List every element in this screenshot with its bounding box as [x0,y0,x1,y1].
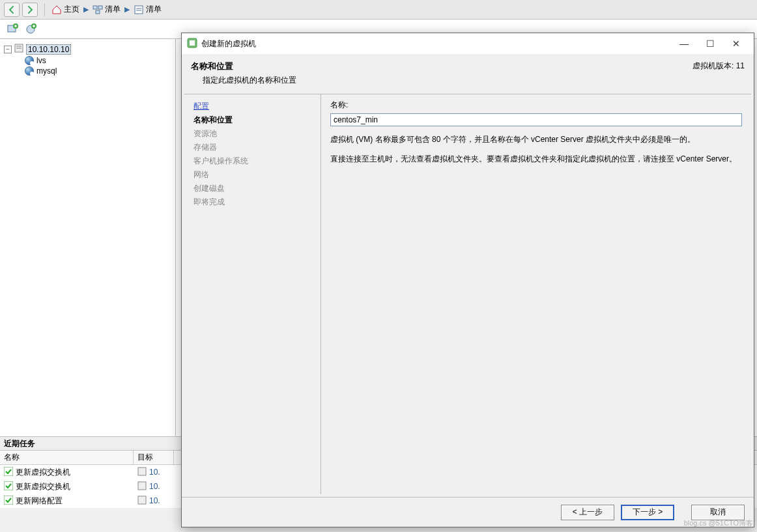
task-status-ok-icon [4,481,13,492]
dialog-title: 创建新的虚拟机 [201,38,672,49]
tree-vm-mysql[interactable]: mysql [3,66,173,76]
step-create-disk: 创建磁盘 [193,182,311,195]
tree-vm-lvs[interactable]: lvs [3,55,173,66]
breadcrumb-inventory1-label: 清单 [105,4,121,15]
nav-forward-button[interactable] [22,3,38,17]
breadcrumb-inventory2-label: 清单 [146,4,162,15]
watermark: blog.cs @51CTO博客 [684,518,753,528]
svg-rect-15 [4,481,13,490]
host-icon [137,481,147,492]
window-maximize-button[interactable]: ☐ [702,38,719,49]
toolbar-divider [44,3,45,16]
host-icon [137,496,147,507]
new-vm-icon[interactable] [7,23,20,36]
next-button[interactable]: 下一步 > [621,505,674,520]
task-col-name[interactable]: 名称 [0,451,134,464]
task-status-ok-icon [4,496,13,507]
back-button[interactable]: < 上一步 [561,505,614,520]
svg-rect-12 [16,48,21,49]
step-storage: 存储器 [193,141,311,154]
new-resource-icon[interactable] [25,23,38,36]
tree-host-node[interactable]: − 10.10.10.10 [3,43,173,55]
host-icon [137,467,147,478]
task-target: 10. [149,482,160,491]
svg-rect-13 [4,467,13,476]
tree-vm-lvs-label: lvs [36,56,46,65]
svg-rect-2 [96,10,100,14]
dialog-body: 配置 名称和位置 资源池 存储器 客户机操作系统 网络 创建磁盘 即将完成 名称… [184,94,751,494]
step-guest-os: 客户机操作系统 [193,154,311,168]
inventory-icon [93,5,103,15]
name-label: 名称: [330,100,742,111]
breadcrumb-inventory-2[interactable]: 清单 [134,4,162,15]
breadcrumb: 主页 ▶ 清单 ▶ 清单 [51,4,162,15]
step-config[interactable]: 配置 [193,100,311,113]
vm-version-label: 虚拟机版本: 11 [693,61,745,86]
breadcrumb-home-label: 主页 [64,4,79,15]
window-minimize-button[interactable]: — [676,38,693,49]
task-name: 更新虚拟交换机 [16,467,70,478]
svg-rect-0 [93,6,97,9]
breadcrumb-inventory-1[interactable]: 清单 [93,4,121,15]
wizard-steps: 配置 名称和位置 资源池 存储器 客户机操作系统 网络 创建磁盘 即将完成 [184,94,321,494]
task-name: 更新网络配置 [16,496,63,507]
recent-tasks-title: 近期任务 [4,438,35,449]
host-icon [14,44,23,55]
dialog-footer: < 上一步 下一步 > 取消 [182,497,754,527]
svg-rect-11 [16,46,21,47]
breadcrumb-home[interactable]: 主页 [51,4,79,15]
tree-collapse-icon[interactable]: − [4,46,12,53]
task-col-target[interactable]: 目标 [134,451,174,464]
main-toolbar: 主页 ▶ 清单 ▶ 清单 [0,0,757,20]
step-name-location[interactable]: 名称和位置 [193,113,311,127]
breadcrumb-separator-icon: ▶ [124,5,130,14]
svg-rect-14 [138,468,146,475]
svg-rect-18 [138,496,146,504]
dialog-titlebar[interactable]: 创建新的虚拟机 — ☐ ✕ [182,33,754,54]
step-ready-complete: 即将完成 [193,195,311,209]
dialog-form: 名称: 虚拟机 (VM) 名称最多可包含 80 个字符，并且名称在每个 vCen… [321,94,751,494]
window-close-button[interactable]: ✕ [728,38,745,49]
tree-host-label: 10.10.10.10 [26,44,71,55]
inventory-tree: − 10.10.10.10 lvs mysql [0,39,176,436]
home-icon [51,5,62,15]
name-hint-1: 虚拟机 (VM) 名称最多可包含 80 个字符，并且名称在每个 vCenter … [330,133,742,146]
cancel-button[interactable]: 取消 [691,505,745,520]
task-target: 10. [149,468,160,477]
svg-rect-16 [138,482,146,490]
tree-vm-mysql-label: mysql [36,66,57,76]
name-hint-2: 直接连接至主机时，无法查看虚拟机文件夹。要查看虚拟机文件夹和指定此虚拟机的位置，… [330,152,742,165]
new-vm-dialog: 创建新的虚拟机 — ☐ ✕ 名称和位置 指定此虚拟机的名称和位置 虚拟机版本: … [181,33,754,527]
task-status-ok-icon [4,467,13,478]
step-network: 网络 [193,168,311,182]
svg-rect-20 [190,40,195,46]
svg-rect-3 [135,6,143,14]
dialog-header-title: 名称和位置 [191,61,296,72]
dialog-header: 名称和位置 指定此虚拟机的名称和位置 虚拟机版本: 11 [182,54,754,91]
vsphere-icon [187,38,197,50]
vm-icon [25,66,34,76]
task-target: 10. [149,496,160,505]
svg-rect-1 [98,6,102,9]
task-name: 更新虚拟交换机 [16,481,70,492]
svg-rect-17 [4,496,13,505]
inventory-icon [134,5,144,15]
dialog-header-subtitle: 指定此虚拟机的名称和位置 [191,75,296,86]
step-resource-pool: 资源池 [193,127,311,141]
vm-icon [25,56,34,65]
nav-back-button[interactable] [4,3,20,17]
breadcrumb-separator-icon: ▶ [83,5,89,14]
vm-name-input[interactable] [330,113,742,126]
